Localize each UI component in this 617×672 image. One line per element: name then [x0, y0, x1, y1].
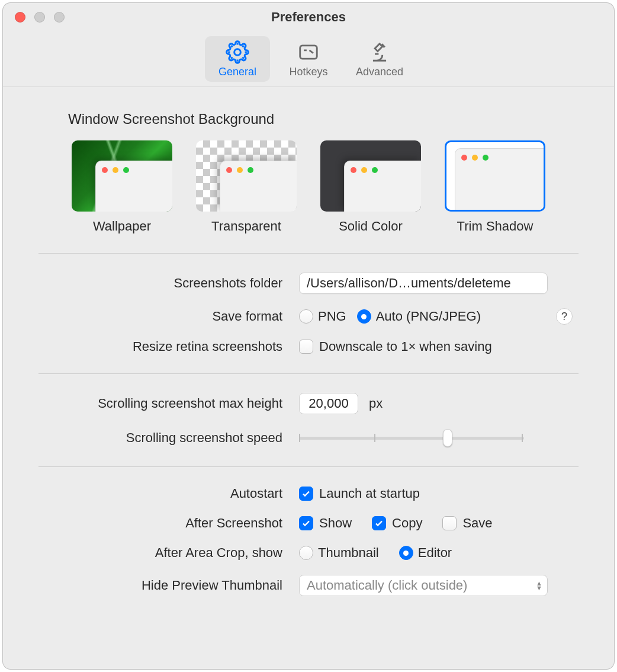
chevron-up-down-icon: ▲▼: [536, 581, 542, 590]
after-crop-editor-radio[interactable]: Editor: [399, 545, 452, 561]
scroll-max-input[interactable]: [299, 393, 358, 414]
separator: [38, 373, 579, 374]
after-crop-thumbnail-radio[interactable]: Thumbnail: [299, 545, 379, 561]
preferences-window: Preferences General Hotkeys: [2, 2, 615, 670]
retina-option-label: Downscale to 1× when saving: [319, 339, 492, 354]
row-scroll-speed: Scrolling screenshot speed: [38, 428, 579, 447]
row-scroll-max: Scrolling screenshot max height px: [38, 393, 579, 414]
bg-option-wallpaper[interactable]: Wallpaper: [72, 140, 172, 234]
after-save-checkbox[interactable]: Save: [442, 516, 492, 531]
retina-label: Resize retina screenshots: [38, 339, 299, 354]
hide-preview-dropdown[interactable]: Automatically (click outside) ▲▼: [299, 575, 548, 596]
hide-preview-label: Hide Preview Thumbnail: [38, 578, 299, 593]
folder-path-field[interactable]: /Users/allison/D…uments/deleteme: [299, 273, 548, 294]
tab-general[interactable]: General: [205, 36, 270, 82]
general-pane: Window Screenshot Background Wallpaper T…: [3, 87, 614, 628]
bg-label-transparent: Transparent: [211, 219, 281, 234]
format-auto-label: Auto (PNG/JPEG): [376, 309, 481, 324]
bg-label-wallpaper: Wallpaper: [93, 219, 151, 234]
checkbox-icon: [372, 516, 386, 530]
checkbox-icon: [442, 516, 457, 530]
checkbox-icon: [299, 516, 313, 530]
bg-options: Wallpaper Transparent Solid Color Trim S…: [38, 140, 579, 234]
scroll-max-label: Scrolling screenshot max height: [38, 396, 299, 411]
bg-section-title: Window Screenshot Background: [68, 111, 579, 127]
bg-option-transparent[interactable]: Transparent: [196, 140, 297, 234]
scroll-speed-label: Scrolling screenshot speed: [38, 430, 299, 446]
bg-option-solid[interactable]: Solid Color: [320, 140, 421, 234]
row-folder: Screenshots folder /Users/allison/D…umen…: [38, 273, 579, 294]
format-help-button[interactable]: ?: [556, 308, 573, 325]
after-copy-label: Copy: [392, 516, 422, 531]
tab-hotkeys-label: Hotkeys: [289, 66, 327, 78]
row-after-crop: After Area Crop, show Thumbnail Editor: [38, 545, 579, 561]
autostart-checkbox[interactable]: Launch at startup: [299, 486, 420, 501]
after-label: After Screenshot: [38, 516, 299, 531]
row-autostart: Autostart Launch at startup: [38, 486, 579, 501]
svg-rect-1: [300, 46, 317, 59]
tab-general-label: General: [218, 66, 256, 78]
separator: [38, 253, 579, 254]
microscope-icon: [367, 40, 392, 65]
autostart-label: Autostart: [38, 486, 299, 501]
tab-advanced[interactable]: Advanced: [347, 36, 412, 82]
after-show-label: Show: [319, 516, 352, 531]
gear-icon: [225, 40, 250, 65]
checkbox-icon: [299, 340, 313, 354]
tab-advanced-label: Advanced: [356, 66, 403, 78]
preferences-toolbar: General Hotkeys Advanced: [3, 31, 614, 87]
folder-label: Screenshots folder: [38, 276, 299, 291]
radio-icon: [299, 546, 313, 560]
keyboard-icon: [296, 40, 321, 65]
format-png-label: PNG: [318, 309, 346, 324]
after-crop-label: After Area Crop, show: [38, 545, 299, 561]
row-retina: Resize retina screenshots Downscale to 1…: [38, 339, 579, 354]
checkbox-icon: [299, 487, 313, 501]
bg-thumb-trim: [445, 140, 545, 212]
radio-icon: [357, 309, 371, 324]
after-crop-editor-label: Editor: [418, 545, 452, 561]
format-radio-auto[interactable]: Auto (PNG/JPEG): [357, 309, 481, 324]
window-title: Preferences: [3, 9, 614, 25]
format-label: Save format: [38, 309, 299, 324]
retina-checkbox-option[interactable]: Downscale to 1× when saving: [299, 339, 492, 354]
svg-point-0: [234, 49, 241, 56]
row-after-screenshot: After Screenshot Show Copy: [38, 516, 579, 531]
format-radio-png[interactable]: PNG: [299, 309, 346, 324]
bg-option-trim[interactable]: Trim Shadow: [445, 140, 545, 234]
after-copy-checkbox[interactable]: Copy: [372, 516, 422, 531]
after-save-label: Save: [462, 516, 492, 531]
bg-thumb-transparent: [196, 140, 297, 212]
bg-label-trim: Trim Shadow: [457, 219, 534, 234]
scroll-max-unit: px: [369, 396, 383, 411]
after-show-checkbox[interactable]: Show: [299, 516, 352, 531]
bg-thumb-solid: [320, 140, 421, 212]
bg-label-solid: Solid Color: [339, 219, 403, 234]
separator: [38, 466, 579, 467]
radio-icon: [399, 546, 413, 560]
tab-hotkeys[interactable]: Hotkeys: [276, 36, 341, 82]
radio-icon: [299, 309, 313, 324]
titlebar: Preferences: [3, 3, 614, 31]
bg-thumb-wallpaper: [72, 140, 172, 212]
scroll-speed-slider[interactable]: [299, 428, 524, 447]
after-crop-thumbnail-label: Thumbnail: [318, 545, 379, 561]
autostart-option-label: Launch at startup: [319, 486, 420, 501]
row-hide-preview: Hide Preview Thumbnail Automatically (cl…: [38, 575, 579, 596]
row-format: Save format PNG Auto (PNG/JPEG) ?: [38, 308, 579, 325]
